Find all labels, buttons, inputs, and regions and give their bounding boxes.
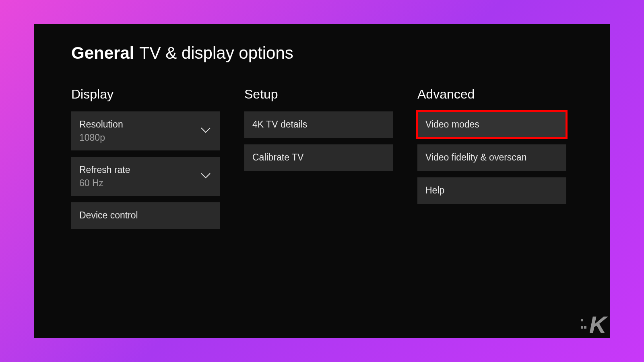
- video-fidelity-label: Video fidelity & overscan: [425, 152, 558, 164]
- resolution-value: 1080p: [79, 132, 212, 143]
- video-modes-label: Video modes: [425, 119, 558, 131]
- title-rest: TV & display options: [139, 43, 293, 62]
- resolution-label: Resolution: [79, 119, 212, 131]
- watermark-letter: K: [589, 311, 607, 338]
- help-button[interactable]: Help: [417, 177, 566, 204]
- calibrate-tv-label: Calibrate TV: [252, 152, 385, 164]
- resolution-dropdown[interactable]: Resolution 1080p: [71, 111, 220, 150]
- device-control-label: Device control: [79, 210, 212, 222]
- 4k-tv-details-button[interactable]: 4K TV details: [244, 111, 393, 138]
- advanced-column: Advanced Video modes Video fidelity & ov…: [417, 87, 566, 235]
- display-column: Display Resolution 1080p Refresh rate 60…: [71, 87, 220, 235]
- display-header: Display: [71, 87, 220, 102]
- help-label: Help: [425, 185, 558, 197]
- setup-column: Setup 4K TV details Calibrate TV: [244, 87, 393, 235]
- settings-screen: General TV & display options Display Res…: [34, 24, 610, 338]
- refresh-value: 60 Hz: [79, 178, 212, 189]
- video-fidelity-button[interactable]: Video fidelity & overscan: [417, 144, 566, 171]
- advanced-header: Advanced: [417, 87, 566, 102]
- title-bold: General: [71, 43, 134, 62]
- chevron-down-icon: [200, 126, 211, 135]
- page-title: General TV & display options: [71, 43, 573, 63]
- refresh-label: Refresh rate: [79, 164, 212, 176]
- columns-container: Display Resolution 1080p Refresh rate 60…: [71, 87, 573, 235]
- device-control-button[interactable]: Device control: [71, 202, 220, 229]
- calibrate-tv-button[interactable]: Calibrate TV: [244, 144, 393, 171]
- 4k-tv-details-label: 4K TV details: [252, 119, 385, 131]
- watermark-dots-icon: [580, 316, 587, 331]
- video-modes-button[interactable]: Video modes: [417, 111, 566, 138]
- refresh-rate-dropdown[interactable]: Refresh rate 60 Hz: [71, 157, 220, 196]
- setup-header: Setup: [244, 87, 393, 102]
- watermark: K: [589, 315, 607, 335]
- chevron-down-icon: [200, 172, 211, 181]
